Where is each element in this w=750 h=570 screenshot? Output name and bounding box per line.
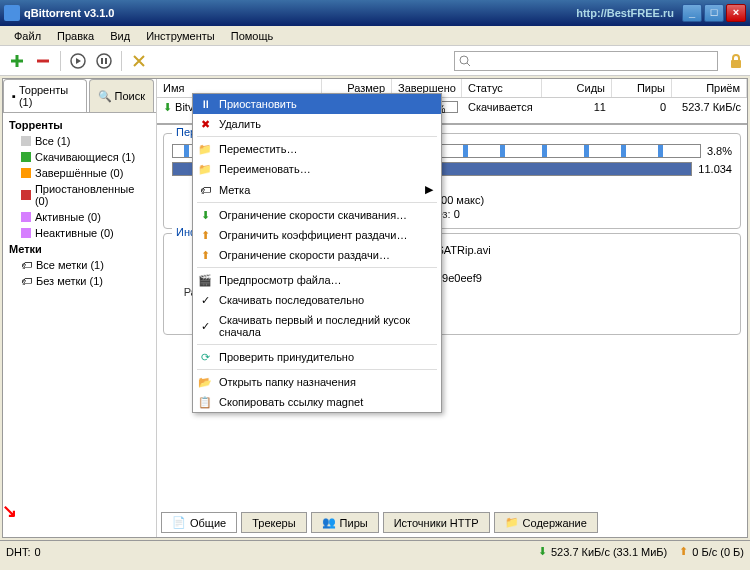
menu-edit[interactable]: Правка xyxy=(49,28,102,43)
availability-value: 11.034 xyxy=(698,163,732,175)
folder-icon: 📂 xyxy=(197,376,213,389)
up-icon: ⬆ xyxy=(679,545,688,558)
tab-trackers[interactable]: Трекеры xyxy=(241,512,306,533)
ctx-open-folder[interactable]: 📂Открыть папку назначения xyxy=(193,372,441,392)
search-input[interactable] xyxy=(471,55,713,67)
tab-general[interactable]: 📄Общие xyxy=(161,512,237,533)
tag-icon: 🏷 xyxy=(21,275,32,287)
svg-point-1 xyxy=(97,54,111,68)
search-icon: 🔍 xyxy=(98,90,112,103)
svg-point-2 xyxy=(460,56,468,64)
search-box[interactable] xyxy=(454,51,718,71)
tab-http[interactable]: Источники HTTP xyxy=(383,512,490,533)
tab-torrents[interactable]: ▪Торренты (1) xyxy=(3,79,87,112)
check-icon: ✓ xyxy=(197,294,213,307)
pause-icon: ⏸ xyxy=(197,98,213,110)
add-button[interactable] xyxy=(6,50,28,72)
ctx-delete[interactable]: ✖Удалить xyxy=(193,114,441,134)
separator xyxy=(121,51,122,71)
main-panel: Имя Размер Завершено Статус Сиды Пиры Пр… xyxy=(157,79,747,537)
tab-peers[interactable]: 👥Пиры xyxy=(311,512,379,533)
lock-icon[interactable] xyxy=(728,53,744,69)
ctx-firstlast[interactable]: ✓Скачивать первый и последний кусок снач… xyxy=(193,310,441,342)
menu-view[interactable]: Вид xyxy=(102,28,138,43)
ctx-limit-upload[interactable]: ⬆Ограничение скорости раздачи… xyxy=(193,245,441,265)
up-icon: ⬆ xyxy=(197,249,213,262)
maximize-button[interactable]: □ xyxy=(704,4,724,22)
sidebar-item-inactive[interactable]: Неактивные (0) xyxy=(3,225,156,241)
delete-icon: ✖ xyxy=(197,118,213,131)
dht-label: DHT: xyxy=(6,546,30,558)
tab-search[interactable]: 🔍Поиск xyxy=(89,79,154,112)
bottom-tabs: 📄Общие Трекеры 👥Пиры Источники HTTP 📁Сод… xyxy=(157,508,747,537)
sidebar-item-completed[interactable]: Завершённые (0) xyxy=(3,165,156,181)
menu-file[interactable]: Файл xyxy=(6,28,49,43)
app-icon xyxy=(4,5,20,21)
close-button[interactable]: × xyxy=(726,4,746,22)
filter-icon: ▪ xyxy=(12,90,16,102)
context-menu: ⏸Приостановить ✖Удалить 📁Переместить… 📁П… xyxy=(192,93,442,413)
titlebar: qBittorrent v3.1.0 http://BestFREE.ru _ … xyxy=(0,0,750,26)
watermark-url: http://BestFREE.ru xyxy=(576,7,674,19)
copy-icon: 📋 xyxy=(197,396,213,409)
separator xyxy=(197,369,437,370)
ctx-copy-magnet[interactable]: 📋Скопировать ссылку magnet xyxy=(193,392,441,412)
status-download[interactable]: ⬇523.7 КиБ/с (33.1 МиБ) xyxy=(538,545,667,558)
preview-icon: 🎬 xyxy=(197,274,213,287)
pause-button[interactable] xyxy=(93,50,115,72)
sidebar: ▪Торренты (1) 🔍Поиск Торренты Все (1) Ск… xyxy=(3,79,157,537)
toolbar xyxy=(0,46,750,76)
ctx-recheck[interactable]: ⟳Проверить принудительно xyxy=(193,347,441,367)
rename-icon: 📁 xyxy=(197,163,213,176)
sidebar-item-active[interactable]: Активные (0) xyxy=(3,209,156,225)
folder-icon: 📁 xyxy=(505,516,519,529)
status-upload[interactable]: ⬆0 Б/с (0 Б) xyxy=(679,545,744,558)
separator xyxy=(197,202,437,203)
ctx-rename[interactable]: 📁Переименовать… xyxy=(193,159,441,179)
resume-button[interactable] xyxy=(67,50,89,72)
content-area: ▪Торренты (1) 🔍Поиск Торренты Все (1) Ск… xyxy=(2,78,748,538)
menu-tools[interactable]: Инструменты xyxy=(138,28,223,43)
sidebar-header-torrents: Торренты xyxy=(3,117,156,133)
status-bar: DHT: 0 ⬇523.7 КиБ/с (33.1 МиБ) ⬆0 Б/с (0… xyxy=(0,540,750,562)
peers-icon: 👥 xyxy=(322,516,336,529)
col-down[interactable]: Приём xyxy=(672,79,747,97)
ctx-sequential[interactable]: ✓Скачивать последовательно xyxy=(193,290,441,310)
down-icon: ⬇ xyxy=(197,209,213,222)
sidebar-item-notag[interactable]: 🏷Без метки (1) xyxy=(3,273,156,289)
minimize-button[interactable]: _ xyxy=(682,4,702,22)
tag-icon: 🏷 xyxy=(197,184,213,196)
menubar: Файл Правка Вид Инструменты Помощь xyxy=(0,26,750,46)
remove-button[interactable] xyxy=(32,50,54,72)
col-seeds[interactable]: Сиды xyxy=(542,79,612,97)
settings-button[interactable] xyxy=(128,50,150,72)
svg-rect-3 xyxy=(731,60,741,68)
doc-icon: 📄 xyxy=(172,516,186,529)
annotation-arrow: ↘ xyxy=(2,500,17,522)
sidebar-item-alltags[interactable]: 🏷Все метки (1) xyxy=(3,257,156,273)
col-status[interactable]: Статус xyxy=(462,79,542,97)
ctx-pause[interactable]: ⏸Приостановить xyxy=(193,94,441,114)
tag-icon: 🏷 xyxy=(21,259,32,271)
sidebar-header-tags: Метки xyxy=(3,241,156,257)
tab-content[interactable]: 📁Содержание xyxy=(494,512,598,533)
ctx-label[interactable]: 🏷Метка▶ xyxy=(193,179,441,200)
sidebar-item-downloading[interactable]: Скачивающиеся (1) xyxy=(3,149,156,165)
ctx-move[interactable]: 📁Переместить… xyxy=(193,139,441,159)
col-peers[interactable]: Пиры xyxy=(612,79,672,97)
download-icon: ⬇ xyxy=(163,101,172,113)
sidebar-item-all[interactable]: Все (1) xyxy=(3,133,156,149)
separator xyxy=(197,344,437,345)
progress-value: 3.8% xyxy=(707,145,732,157)
folder-icon: 📁 xyxy=(197,143,213,156)
separator xyxy=(60,51,61,71)
menu-help[interactable]: Помощь xyxy=(223,28,282,43)
ctx-limit-download[interactable]: ⬇Ограничение скорости скачивания… xyxy=(193,205,441,225)
search-icon xyxy=(459,55,471,67)
down-icon: ⬇ xyxy=(538,545,547,558)
sidebar-item-paused[interactable]: Приостановленные (0) xyxy=(3,181,156,209)
window-title: qBittorrent v3.1.0 xyxy=(24,7,576,19)
ctx-preview[interactable]: 🎬Предпросмотр файла… xyxy=(193,270,441,290)
separator xyxy=(197,267,437,268)
ctx-limit-ratio[interactable]: ⬆Ограничить коэффициент раздачи… xyxy=(193,225,441,245)
